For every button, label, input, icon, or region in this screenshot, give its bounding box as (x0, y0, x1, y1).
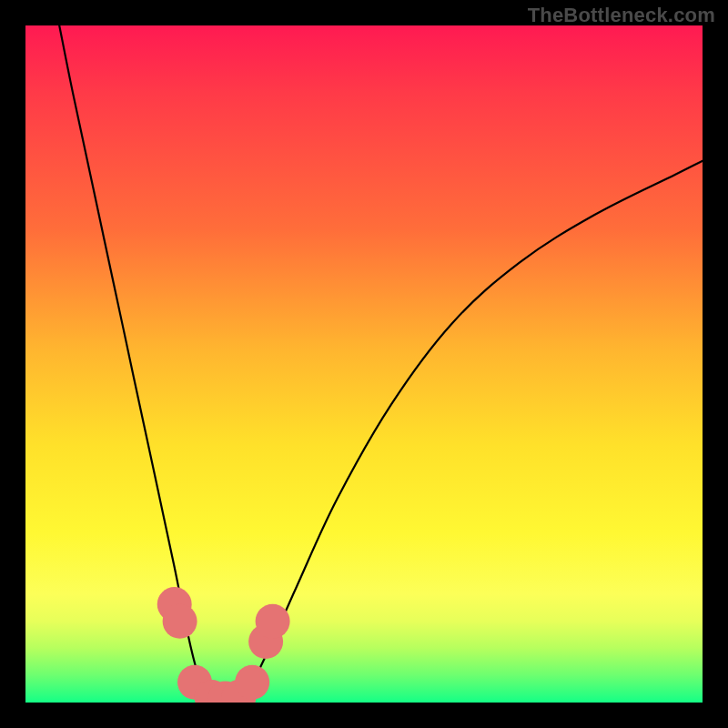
left-wall-dot-lower (163, 604, 197, 639)
right-wall-dot-upper (256, 604, 290, 639)
curve-path (59, 25, 703, 703)
chart-plot-area (25, 25, 703, 703)
marker-layer (157, 587, 290, 703)
valley-right-dot-1 (235, 665, 269, 700)
watermark-label: TheBottleneck.com (528, 4, 715, 27)
chart-svg (25, 25, 703, 703)
chart-frame: TheBottleneck.com (0, 0, 728, 728)
